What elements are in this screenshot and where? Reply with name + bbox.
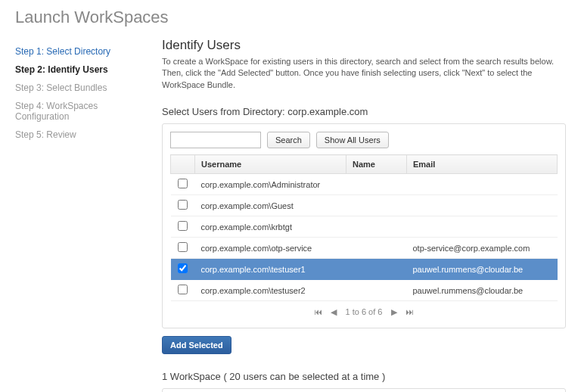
table-row[interactable]: corp.example.com\testuser2pauwel.rummens… (171, 280, 558, 301)
wizard-steps-nav: Step 1: Select Directory Step 2: Identif… (15, 38, 144, 392)
step-3: Step 3: Select Bundles (15, 79, 144, 97)
row-checkbox[interactable] (178, 242, 188, 252)
cell-name (346, 259, 407, 280)
col-name[interactable]: Name (346, 155, 407, 174)
pager-last-icon[interactable]: ⏭ (405, 307, 414, 316)
cell-name (346, 195, 407, 216)
cell-name (346, 238, 407, 259)
col-username[interactable]: Username (195, 155, 346, 174)
cell-email: pauwel.rummens@cloudar.be (407, 280, 558, 301)
cell-name (346, 174, 407, 195)
cell-username: corp.example.com\testuser1 (195, 259, 346, 280)
step-1[interactable]: Step 1: Select Directory (15, 42, 144, 61)
table-row[interactable]: corp.example.com\Guest (171, 195, 558, 216)
search-button[interactable]: Search (267, 132, 310, 148)
search-input[interactable] (170, 132, 261, 148)
pager-prev-icon[interactable]: ◀ (331, 307, 337, 316)
cell-username: corp.example.com\testuser2 (195, 280, 346, 301)
row-checkbox[interactable] (178, 200, 188, 210)
selected-heading: 1 WorkSpace ( 20 users can be selected a… (162, 371, 566, 382)
pager-text: 1 to 6 of 6 (346, 307, 383, 316)
cell-username: corp.example.com\Administrator (195, 174, 346, 195)
cell-name (346, 280, 407, 301)
directory-label: Select Users from Directory: corp.exampl… (162, 106, 566, 117)
table-row[interactable]: corp.example.com\Administrator (171, 174, 558, 195)
step-2[interactable]: Step 2: Identify Users (15, 61, 144, 79)
table-row[interactable]: corp.example.com\testuser1pauwel.rummens… (171, 259, 558, 280)
directory-users-box: Search Show All Users Username Name Emai… (162, 123, 566, 328)
row-checkbox[interactable] (178, 263, 188, 273)
cell-username: corp.example.com\krbtgt (195, 216, 346, 238)
cell-name (346, 216, 407, 238)
table-row[interactable]: corp.example.com\otp-serviceotp-service@… (171, 238, 558, 259)
page-title: Launch WorkSpaces (15, 8, 566, 27)
table-row[interactable]: corp.example.com\krbtgt (171, 216, 558, 238)
pager-first-icon[interactable]: ⏮ (314, 307, 322, 316)
cell-email (407, 216, 558, 238)
step-5: Step 5: Review (15, 126, 144, 144)
section-heading: Identify Users (162, 38, 566, 53)
row-checkbox[interactable] (178, 221, 188, 231)
cell-email (407, 195, 558, 216)
col-checkbox (171, 155, 195, 174)
cell-email (407, 174, 558, 195)
step-4: Step 4: WorkSpaces Configuration (15, 97, 144, 126)
cell-email: otp-service@corp.example.com (407, 238, 558, 259)
cell-email: pauwel.rummens@cloudar.be (407, 259, 558, 280)
pager-next-icon[interactable]: ▶ (391, 307, 397, 316)
pager: ⏮ ◀ 1 to 6 of 6 ▶ ⏭ (170, 301, 558, 320)
row-checkbox[interactable] (178, 179, 188, 188)
col-email[interactable]: Email (407, 155, 558, 174)
add-selected-button[interactable]: Add Selected (162, 336, 231, 354)
cell-username: corp.example.com\otp-service (195, 238, 346, 259)
show-all-users-button[interactable]: Show All Users (316, 132, 389, 148)
section-description: To create a WorkSpace for existing users… (162, 56, 566, 91)
row-checkbox[interactable] (178, 285, 188, 294)
cell-username: corp.example.com\Guest (195, 195, 346, 216)
selected-users-box: Username Name Email ✕corp.example.com\te… (162, 388, 566, 392)
users-table: Username Name Email corp.example.com\Adm… (170, 154, 558, 301)
